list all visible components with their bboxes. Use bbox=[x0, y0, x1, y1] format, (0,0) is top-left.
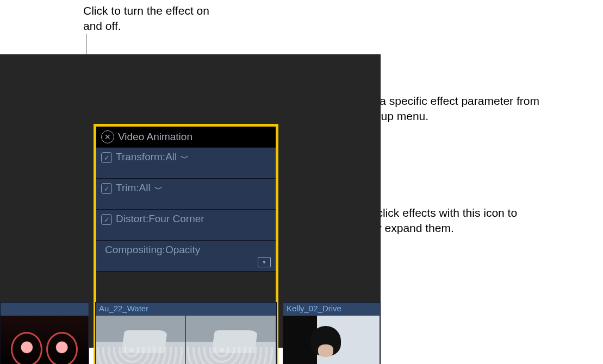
effect-label: Trim:All bbox=[116, 182, 151, 194]
clip-label: Kelly_02_Drive bbox=[283, 303, 380, 317]
timeline-clip[interactable]: Au_22_Water bbox=[95, 302, 277, 364]
timeline-area: Video Animation Transform:All Trim:All D… bbox=[0, 54, 381, 348]
panel-title: Video Animation bbox=[118, 131, 192, 143]
effect-label: Transform:All bbox=[116, 151, 177, 163]
effect-toggle-checkbox[interactable] bbox=[101, 152, 112, 163]
effect-row-distort[interactable]: Distort:Four Corner bbox=[96, 209, 276, 241]
clip-thumbnail bbox=[186, 316, 276, 364]
chevron-down-icon[interactable] bbox=[181, 153, 189, 164]
close-icon[interactable] bbox=[101, 130, 114, 143]
effect-row-compositing[interactable]: Compositing:Opacity bbox=[96, 240, 276, 272]
effect-toggle-checkbox[interactable] bbox=[101, 214, 112, 225]
effect-row-trim[interactable]: Trim:All bbox=[96, 178, 276, 210]
clip-label bbox=[1, 303, 89, 317]
expand-icon[interactable] bbox=[258, 257, 271, 267]
timeline-clip[interactable] bbox=[0, 302, 89, 364]
chevron-down-icon[interactable] bbox=[154, 184, 163, 194]
timeline-clip[interactable]: Kelly_02_Drive bbox=[283, 302, 381, 364]
effect-label: Distort:Four Corner bbox=[116, 213, 204, 225]
effect-label: Compositing:Opacity bbox=[105, 244, 200, 256]
effect-row-transform[interactable]: Transform:All bbox=[96, 147, 276, 179]
clip-thumbnail bbox=[283, 316, 380, 364]
clip-thumbnail bbox=[1, 316, 89, 364]
clip-thumbnail bbox=[96, 316, 186, 364]
video-animation-header: Video Animation bbox=[96, 127, 276, 147]
callout-toggle-effect: Click to turn the effect on and off. bbox=[83, 3, 214, 33]
clip-label: Au_22_Water bbox=[96, 303, 276, 317]
timeline-clip-strip: Au_22_Water Kelly_02_Drive bbox=[0, 302, 381, 364]
effect-toggle-checkbox[interactable] bbox=[101, 183, 112, 194]
